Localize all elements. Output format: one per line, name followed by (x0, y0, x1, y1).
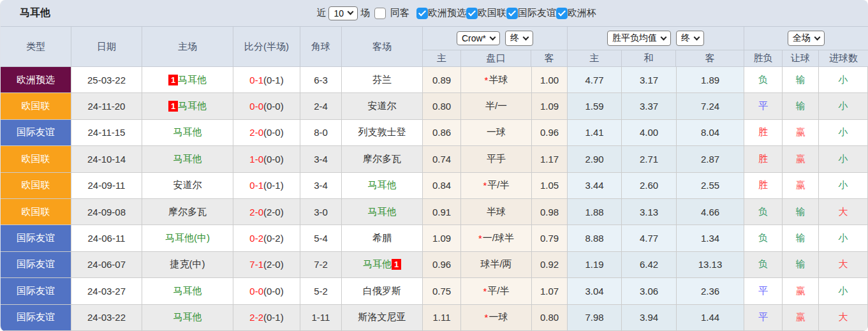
score-cell: 2-0(0-0) (233, 120, 300, 146)
corner-count: 5-4 (300, 225, 342, 251)
avg-lose-odds: 13.13 (677, 252, 744, 278)
same-away-checkbox[interactable] (374, 8, 386, 19)
avg-win-odds: 1.88 (568, 199, 622, 225)
wdl-result: 负 (744, 67, 783, 93)
handicap-cell: 平手 (461, 146, 532, 172)
match-date: 24-11-20 (71, 93, 142, 119)
star-marker: * (485, 75, 489, 85)
avg-group: 胜平负均值 终 主 和 客 (568, 27, 744, 66)
col-header-type: 类型 (1, 27, 71, 66)
handicap-cell: 一球 (461, 120, 532, 146)
match-count-select[interactable]: 10 (328, 6, 358, 20)
home-team-cell: 安道尔 (142, 173, 233, 199)
fulltime-score: 2-2 (249, 312, 263, 323)
score-cell: 0-1(0-1) (233, 67, 300, 93)
match-date: 24-09-08 (71, 199, 142, 225)
avg-lose-odds: 8.04 (677, 120, 744, 146)
home-team-cell: 马耳他 (142, 120, 233, 146)
handicap-value: 球半/两 (480, 258, 511, 270)
odds-stage-select[interactable]: 终 (505, 31, 533, 46)
score-cell: 0-2(0-2) (233, 225, 300, 251)
avg-win-odds: 2.90 (568, 146, 622, 172)
away-odds: 1.07 (532, 278, 568, 304)
handicap-cell: 半球 (461, 199, 532, 225)
away-team-name: 安道尔 (368, 100, 397, 112)
home-team-name: 捷克(中) (170, 258, 205, 270)
score-cell: 7-1(2-0) (233, 252, 300, 278)
away-team-cell: 白俄罗斯 (342, 278, 423, 304)
col-header-corner: 角球 (300, 27, 342, 66)
wdl-result: 平 (744, 305, 783, 331)
away-odds: 0.79 (532, 225, 568, 251)
away-team-cell: 安道尔 (342, 93, 423, 119)
home-team-name: 马耳他 (173, 311, 202, 323)
match-stats-panel: 马耳他 近 10 场 同客 欧洲预选欧国联国际友谊欧洲杯 类型 日期 主场 比分… (0, 0, 868, 331)
result-scope-select[interactable]: 全场 (788, 31, 825, 46)
league-checkbox[interactable] (416, 8, 428, 19)
fulltime-score: 2-0 (249, 207, 263, 217)
handicap-value: 平/半 (487, 179, 509, 191)
handicap-result: 输 (783, 67, 819, 93)
col-header-odds-away: 客 (531, 50, 567, 66)
wdl-result: 平 (744, 278, 783, 304)
table-row: 国际友谊 24-03-27 马耳他 0-0(0-0) 5-2 白俄罗斯 0.75… (1, 278, 868, 304)
handicap-result: 输 (783, 225, 819, 251)
avg-lose-odds: 4.66 (677, 199, 744, 225)
fulltime-score: 0-2 (249, 233, 263, 244)
score-cell: 0-0(0-0) (233, 278, 300, 304)
league-checkbox[interactable] (556, 8, 568, 19)
home-team-cell: 1马耳他 (142, 67, 233, 93)
star-marker: * (483, 286, 487, 297)
league-checkbox-label: 欧洲杯 (568, 7, 596, 19)
home-odds: 0.89 (423, 67, 461, 93)
avg-win-odds: 1.19 (568, 252, 622, 278)
away-odds: 0.98 (532, 199, 568, 225)
goals-result: 小 (819, 146, 868, 172)
league-checkbox[interactable] (466, 8, 478, 19)
league-filter-group: 欧洲预选欧国联国际友谊欧洲杯 (416, 7, 596, 19)
avg-lose-odds: 1.89 (677, 67, 744, 93)
home-odds: 0.86 (423, 120, 461, 146)
avg-lose-odds: 2.55 (677, 173, 744, 199)
league-badge: 欧洲预选 (1, 67, 71, 93)
col-header-avg-lose: 客 (676, 50, 744, 66)
away-team-cell: 斯洛文尼亚 (342, 305, 423, 331)
home-team-name: 马耳他 (173, 126, 202, 138)
odds-company-select[interactable]: Crow* (457, 31, 500, 45)
handicap-cell: *平/半 (461, 173, 532, 199)
avg-lose-odds: 7.24 (677, 93, 744, 119)
fulltime-score: 0-0 (249, 101, 263, 112)
league-badge: 国际友谊 (1, 278, 71, 304)
avg-type-select[interactable]: 胜平负均值 (607, 31, 671, 46)
avg-stage-select[interactable]: 终 (676, 31, 704, 46)
score-cell: 0-0(0-0) (233, 93, 300, 119)
fulltime-score: 0-1 (249, 180, 263, 191)
table-header: 类型 日期 主场 比分(半场) 角球 客场 Crow* 终 主 盘口 客 (1, 27, 868, 67)
league-badge: 欧国联 (1, 199, 71, 225)
away-team-name: 马耳他 (363, 258, 392, 270)
table-row: 欧国联 24-10-14 马耳他 1-0(0-0) 3-4 摩尔多瓦 0.74 … (1, 146, 868, 172)
league-checkbox[interactable] (506, 8, 518, 19)
goals-result: 小 (819, 93, 868, 119)
same-away-label: 同客 (390, 7, 409, 19)
handicap-cell: 半/一 (461, 93, 532, 119)
table-row: 国际友谊 24-03-22 马耳他 2-2(0-1) 1-11 斯洛文尼亚 1.… (1, 305, 868, 331)
away-team-name: 马耳他 (368, 179, 397, 191)
away-team-name: 希腊 (372, 232, 392, 244)
away-team-name: 摩尔多瓦 (363, 153, 401, 165)
league-badge: 欧国联 (1, 146, 71, 172)
home-team-name: 马耳他(中) (165, 232, 210, 244)
avg-draw-odds: 3.17 (622, 67, 677, 93)
table-row: 欧国联 24-09-11 安道尔 0-1(0-1) 3-4 马耳他 0.84 *… (1, 173, 868, 199)
avg-draw-odds: 2.71 (622, 146, 677, 172)
halftime-score: (0-0) (263, 101, 284, 112)
league-badge: 国际友谊 (1, 225, 71, 251)
corner-count: 5-2 (300, 278, 342, 304)
handicap-cell: *一/球半 (461, 225, 532, 251)
away-team-cell: 马耳他 (342, 173, 423, 199)
handicap-value: 半球 (489, 74, 508, 86)
home-team-cell: 马耳他 (142, 305, 233, 331)
handicap-result: 赢 (783, 305, 819, 331)
league-badge: 国际友谊 (1, 120, 71, 146)
handicap-result: 赢 (783, 278, 819, 304)
